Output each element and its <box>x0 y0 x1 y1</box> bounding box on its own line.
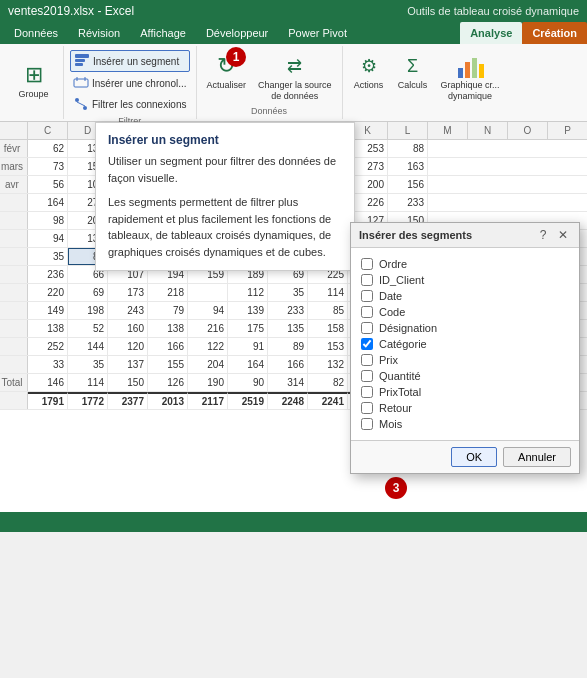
dialog-close-button[interactable]: ✕ <box>555 227 571 243</box>
tab-donnees[interactable]: Données <box>4 22 68 44</box>
cell[interactable]: 73 <box>28 158 68 175</box>
dialog-ok-button[interactable]: OK <box>451 447 497 467</box>
cell[interactable]: 166 <box>148 338 188 355</box>
field-checkbox[interactable] <box>361 274 373 286</box>
cell[interactable]: 146 <box>28 374 68 391</box>
groupe-button[interactable]: ⊞ Groupe <box>14 59 54 102</box>
cell[interactable]: 94 <box>28 230 68 247</box>
cell[interactable]: 114 <box>68 374 108 391</box>
cell[interactable]: 156 <box>388 176 428 193</box>
inserer-chronologie-button[interactable]: Insérer une chronol... <box>70 73 190 93</box>
cell[interactable]: 126 <box>148 374 188 391</box>
cell[interactable]: 163 <box>388 158 428 175</box>
cell[interactable]: 153 <box>308 338 348 355</box>
inserer-segment-button[interactable]: Insérer un segment 1 <box>70 50 190 72</box>
cell[interactable]: 236 <box>28 266 68 283</box>
cell[interactable]: 120 <box>108 338 148 355</box>
cell[interactable]: 122 <box>188 338 228 355</box>
cell[interactable]: 233 <box>268 302 308 319</box>
field-checkbox[interactable] <box>361 306 373 318</box>
tab-creation[interactable]: Création <box>522 22 587 44</box>
cell[interactable]: 33 <box>28 356 68 373</box>
cell[interactable]: 173 <box>108 284 148 301</box>
cell[interactable]: 35 <box>268 284 308 301</box>
cell[interactable]: 2519 <box>228 392 268 409</box>
cell[interactable]: 135 <box>268 320 308 337</box>
cell[interactable]: 2248 <box>268 392 308 409</box>
field-checkbox[interactable] <box>361 354 373 366</box>
tab-revision[interactable]: Révision <box>68 22 130 44</box>
cell[interactable]: 314 <box>268 374 308 391</box>
cell[interactable]: 114 <box>308 284 348 301</box>
cell[interactable]: 82 <box>308 374 348 391</box>
cell[interactable]: 233 <box>388 194 428 211</box>
cell[interactable]: 164 <box>28 194 68 211</box>
cell[interactable]: 1791 <box>28 392 68 409</box>
cell[interactable]: 90 <box>228 374 268 391</box>
cell[interactable]: 79 <box>148 302 188 319</box>
filtrer-connexions-button[interactable]: Filtrer les connexions <box>70 94 190 114</box>
cell[interactable]: 138 <box>148 320 188 337</box>
cell[interactable]: 158 <box>308 320 348 337</box>
cell[interactable]: 144 <box>68 338 108 355</box>
field-checkbox[interactable] <box>361 370 373 382</box>
cell[interactable]: 149 <box>28 302 68 319</box>
cell[interactable]: 166 <box>268 356 308 373</box>
cell[interactable]: 204 <box>188 356 228 373</box>
cell[interactable]: 94 <box>188 302 228 319</box>
changer-source-button[interactable]: ⇄ Changer la source de données <box>254 50 336 104</box>
cell[interactable]: 35 <box>68 356 108 373</box>
tab-powerpivot[interactable]: Power Pivot <box>278 22 357 44</box>
cell[interactable]: 2013 <box>148 392 188 409</box>
cell[interactable]: 2117 <box>188 392 228 409</box>
cell[interactable]: 160 <box>108 320 148 337</box>
cell[interactable]: 216 <box>188 320 228 337</box>
cell[interactable]: 91 <box>228 338 268 355</box>
cell[interactable]: 252 <box>28 338 68 355</box>
dialog-cancel-button[interactable]: Annuler <box>503 447 571 467</box>
field-checkbox[interactable] <box>361 418 373 430</box>
cell[interactable]: 89 <box>268 338 308 355</box>
row-header: mars <box>0 158 28 175</box>
cell[interactable]: 35 <box>28 248 68 265</box>
cell[interactable]: 150 <box>108 374 148 391</box>
tab-developpeur[interactable]: Développeur <box>196 22 278 44</box>
field-checkbox[interactable] <box>361 402 373 414</box>
cell[interactable]: 132 <box>308 356 348 373</box>
cell[interactable]: 1772 <box>68 392 108 409</box>
cell[interactable]: 190 <box>188 374 228 391</box>
field-checkbox[interactable] <box>361 290 373 302</box>
field-label: Ordre <box>379 258 407 270</box>
cell[interactable]: 175 <box>228 320 268 337</box>
cell[interactable]: 2241 <box>308 392 348 409</box>
cell[interactable] <box>188 284 228 301</box>
cell[interactable]: 138 <box>28 320 68 337</box>
graphique-button[interactable]: Graphique cr... dynamique <box>437 50 504 104</box>
tab-analyse[interactable]: Analyse <box>460 22 522 44</box>
tab-affichage[interactable]: Affichage <box>130 22 196 44</box>
dialog-help-button[interactable]: ? <box>535 227 551 243</box>
field-checkbox[interactable] <box>361 386 373 398</box>
cell[interactable]: 112 <box>228 284 268 301</box>
cell[interactable]: 85 <box>308 302 348 319</box>
cell[interactable]: 69 <box>68 284 108 301</box>
cell[interactable]: 218 <box>148 284 188 301</box>
calculs-button[interactable]: Σ Calculs <box>393 50 433 93</box>
field-checkbox[interactable] <box>361 338 373 350</box>
cell[interactable]: 98 <box>28 212 68 229</box>
cell[interactable]: 139 <box>228 302 268 319</box>
field-checkbox[interactable] <box>361 322 373 334</box>
cell[interactable]: 198 <box>68 302 108 319</box>
cell[interactable]: 52 <box>68 320 108 337</box>
cell[interactable]: 62 <box>28 140 68 157</box>
cell[interactable]: 220 <box>28 284 68 301</box>
cell[interactable]: 2377 <box>108 392 148 409</box>
cell[interactable]: 56 <box>28 176 68 193</box>
cell[interactable]: 164 <box>228 356 268 373</box>
cell[interactable]: 243 <box>108 302 148 319</box>
cell[interactable]: 155 <box>148 356 188 373</box>
cell[interactable]: 137 <box>108 356 148 373</box>
field-checkbox[interactable] <box>361 258 373 270</box>
cell[interactable]: 88 <box>388 140 428 157</box>
actions-button[interactable]: ⚙ Actions <box>349 50 389 93</box>
